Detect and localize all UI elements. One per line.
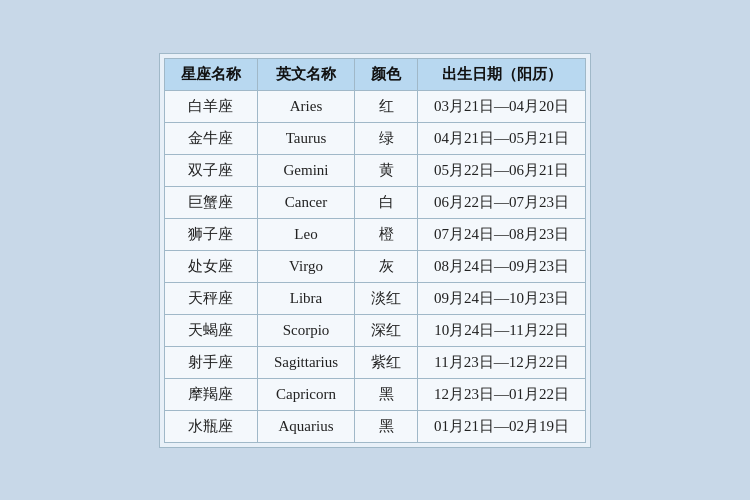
cell-row1-col0: 金牛座 <box>164 122 257 154</box>
table-row: 金牛座Taurus绿04月21日—05月21日 <box>164 122 585 154</box>
cell-row10-col2: 黑 <box>355 410 418 442</box>
cell-row7-col3: 10月24日—11月22日 <box>418 314 586 346</box>
cell-row4-col3: 07月24日—08月23日 <box>418 218 586 250</box>
cell-row1-col2: 绿 <box>355 122 418 154</box>
cell-row9-col3: 12月23日—01月22日 <box>418 378 586 410</box>
table-row: 水瓶座Aquarius黑01月21日—02月19日 <box>164 410 585 442</box>
cell-row9-col1: Capricorn <box>257 378 354 410</box>
cell-row5-col2: 灰 <box>355 250 418 282</box>
cell-row9-col0: 摩羯座 <box>164 378 257 410</box>
cell-row1-col3: 04月21日—05月21日 <box>418 122 586 154</box>
cell-row8-col3: 11月23日—12月22日 <box>418 346 586 378</box>
table-row: 处女座Virgo灰08月24日—09月23日 <box>164 250 585 282</box>
cell-row0-col3: 03月21日—04月20日 <box>418 90 586 122</box>
col-header-english: 英文名称 <box>257 58 354 90</box>
table-row: 射手座Sagittarius紫红11月23日—12月22日 <box>164 346 585 378</box>
cell-row5-col3: 08月24日—09月23日 <box>418 250 586 282</box>
cell-row6-col0: 天秤座 <box>164 282 257 314</box>
table-row: 白羊座Aries红03月21日—04月20日 <box>164 90 585 122</box>
cell-row7-col0: 天蝎座 <box>164 314 257 346</box>
cell-row3-col0: 巨蟹座 <box>164 186 257 218</box>
col-header-chinese: 星座名称 <box>164 58 257 90</box>
table-row: 天蝎座Scorpio深红10月24日—11月22日 <box>164 314 585 346</box>
cell-row4-col1: Leo <box>257 218 354 250</box>
zodiac-table: 星座名称 英文名称 颜色 出生日期（阳历） 白羊座Aries红03月21日—04… <box>164 58 586 443</box>
cell-row3-col3: 06月22日—07月23日 <box>418 186 586 218</box>
cell-row2-col2: 黄 <box>355 154 418 186</box>
cell-row4-col2: 橙 <box>355 218 418 250</box>
cell-row3-col2: 白 <box>355 186 418 218</box>
cell-row6-col1: Libra <box>257 282 354 314</box>
cell-row2-col0: 双子座 <box>164 154 257 186</box>
cell-row2-col1: Gemini <box>257 154 354 186</box>
cell-row6-col3: 09月24日—10月23日 <box>418 282 586 314</box>
zodiac-table-wrapper: 星座名称 英文名称 颜色 出生日期（阳历） 白羊座Aries红03月21日—04… <box>159 53 591 448</box>
col-header-dates: 出生日期（阳历） <box>418 58 586 90</box>
cell-row0-col0: 白羊座 <box>164 90 257 122</box>
table-row: 双子座Gemini黄05月22日—06月21日 <box>164 154 585 186</box>
cell-row8-col1: Sagittarius <box>257 346 354 378</box>
table-row: 巨蟹座Cancer白06月22日—07月23日 <box>164 186 585 218</box>
table-header-row: 星座名称 英文名称 颜色 出生日期（阳历） <box>164 58 585 90</box>
table-row: 天秤座Libra淡红09月24日—10月23日 <box>164 282 585 314</box>
cell-row0-col1: Aries <box>257 90 354 122</box>
cell-row0-col2: 红 <box>355 90 418 122</box>
table-row: 狮子座Leo橙07月24日—08月23日 <box>164 218 585 250</box>
cell-row5-col0: 处女座 <box>164 250 257 282</box>
cell-row6-col2: 淡红 <box>355 282 418 314</box>
cell-row8-col2: 紫红 <box>355 346 418 378</box>
cell-row2-col3: 05月22日—06月21日 <box>418 154 586 186</box>
cell-row4-col0: 狮子座 <box>164 218 257 250</box>
col-header-color: 颜色 <box>355 58 418 90</box>
cell-row7-col2: 深红 <box>355 314 418 346</box>
cell-row3-col1: Cancer <box>257 186 354 218</box>
cell-row10-col0: 水瓶座 <box>164 410 257 442</box>
cell-row8-col0: 射手座 <box>164 346 257 378</box>
cell-row5-col1: Virgo <box>257 250 354 282</box>
cell-row9-col2: 黑 <box>355 378 418 410</box>
cell-row1-col1: Taurus <box>257 122 354 154</box>
table-row: 摩羯座Capricorn黑12月23日—01月22日 <box>164 378 585 410</box>
cell-row7-col1: Scorpio <box>257 314 354 346</box>
cell-row10-col3: 01月21日—02月19日 <box>418 410 586 442</box>
cell-row10-col1: Aquarius <box>257 410 354 442</box>
